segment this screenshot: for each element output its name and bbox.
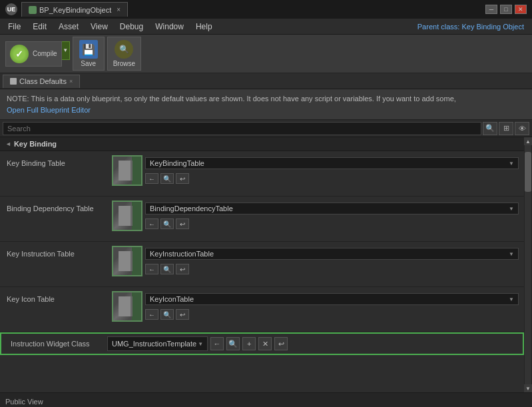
scrollbar-up-arrow[interactable]: ▲ — [524, 137, 532, 145]
menu-window[interactable]: Window — [150, 21, 189, 33]
save-button[interactable]: 💾 Save — [73, 37, 105, 71]
key-binding-table-dropdown-value: KeyBindingTable — [150, 159, 204, 167]
key-instruction-table-dropdown-value: KeyInstructionTable — [150, 250, 214, 258]
title-bar: UE BP_KeyBindingObject × ─ □ ✕ — [0, 0, 532, 19]
compile-icon: ✓ — [10, 45, 29, 63]
tab-close-btn[interactable]: × — [117, 6, 121, 13]
key-icon-table-search-btn[interactable]: 🔍 — [160, 309, 174, 320]
scrollbar-thumb[interactable] — [525, 152, 531, 192]
scrollbar-track[interactable] — [525, 145, 531, 384]
grid-view-btn[interactable]: ⊞ — [499, 122, 513, 135]
key-instruction-table-dropdown[interactable]: KeyInstructionTable ▼ — [145, 248, 519, 260]
instruction-widget-class-dropdown[interactable]: UMG_InstructionTemplate ▼ — [107, 336, 208, 351]
parent-class-value[interactable]: Key Binding Object — [461, 23, 524, 31]
key-icon-table-top: KeyIconTable ▼ ← 🔍 ↩ — [112, 291, 519, 322]
key-icon-table-label: Key Icon Table — [0, 287, 107, 308]
tab-bp-icon — [29, 6, 37, 14]
parent-class: Parent class: Key Binding Object — [417, 23, 529, 31]
instruction-widget-class-dropdown-arrow: ▼ — [198, 341, 203, 347]
key-binding-table-reset-btn[interactable]: ← — [145, 173, 158, 184]
browse-label: Browse — [113, 60, 135, 67]
instruction-widget-add-btn[interactable]: + — [242, 337, 256, 350]
key-icon-table-dropdown-value: KeyIconTable — [150, 295, 194, 303]
search-input[interactable] — [3, 122, 481, 135]
toolbar: ✓ Compile ▼ 💾 Save 🔍 Browse — [0, 35, 532, 73]
tab-item[interactable]: BP_KeyBindingObject × — [21, 2, 128, 17]
instruction-widget-reset-btn[interactable]: ← — [210, 337, 224, 350]
panel-tab-bar: Class Defaults × — [0, 73, 532, 89]
binding-dependency-table-dropdown-arrow: ▼ — [509, 206, 514, 212]
key-icon-table-actions: ← 🔍 ↩ — [145, 309, 519, 320]
binding-dependency-table-dropdown[interactable]: BindingDependencyTable ▼ — [145, 203, 519, 214]
binding-dependency-table-dropdown-value: BindingDependencyTable — [150, 204, 233, 212]
key-binding-table-top: KeyBindingTable ▼ ← 🔍 ↩ — [112, 155, 519, 186]
public-view-label: Public View — [5, 398, 43, 406]
key-icon-table-row: Key Icon Table KeyIconTable ▼ ← 🔍 ↩ — [0, 287, 524, 332]
close-btn[interactable]: ✕ — [515, 5, 527, 14]
instruction-widget-clear-btn[interactable]: ✕ — [258, 337, 272, 350]
menu-bar: File Edit Asset View Debug Window Help P… — [0, 19, 532, 35]
compile-dropdown-btn[interactable]: ▼ — [62, 41, 70, 60]
maximize-btn[interactable]: □ — [500, 5, 512, 14]
properties-panel: ◄ Key Binding Key Binding Table KeyBindi… — [0, 137, 524, 392]
key-binding-table-actions: ← 🔍 ↩ — [145, 173, 519, 184]
search-icon-btn[interactable]: 🔍 — [483, 122, 497, 135]
window-controls: ─ □ ✕ — [485, 5, 527, 14]
search-bar: 🔍 ⊞ 👁 — [0, 120, 532, 137]
instruction-widget-search-btn[interactable]: 🔍 — [226, 337, 240, 350]
key-binding-table-dropdown[interactable]: KeyBindingTable ▼ — [145, 157, 519, 169]
note-text: NOTE: This is a data only blueprint, so … — [7, 95, 456, 103]
key-instruction-table-value: KeyInstructionTable ▼ ← 🔍 ↩ — [107, 242, 524, 280]
panel-tab-close-btn[interactable]: × — [69, 78, 73, 85]
save-label: Save — [81, 60, 96, 67]
browse-magnifier-icon: 🔍 — [115, 40, 133, 59]
section-collapse-arrow[interactable]: ◄ — [5, 141, 11, 147]
key-instruction-table-reset-btn[interactable]: ← — [145, 264, 158, 274]
binding-dependency-table-row: Binding Dependency Table BindingDependen… — [0, 197, 524, 242]
key-instruction-table-browse-btn[interactable]: ↩ — [176, 264, 189, 274]
compile-button[interactable]: ✓ Compile — [5, 41, 62, 67]
key-icon-table-thumb — [112, 291, 142, 322]
menu-debug[interactable]: Debug — [115, 21, 148, 33]
menu-edit[interactable]: Edit — [27, 21, 52, 33]
section-title: Key Binding — [14, 140, 57, 148]
tab-label: BP_KeyBindingObject — [39, 6, 111, 14]
binding-dependency-table-browse-btn[interactable]: ↩ — [176, 218, 189, 229]
key-icon-table-value: KeyIconTable ▼ ← 🔍 ↩ — [107, 287, 524, 326]
compile-group: ✓ Compile ▼ — [5, 41, 70, 67]
key-instruction-table-dropdown-arrow: ▼ — [509, 251, 514, 257]
key-icon-table-reset-btn[interactable]: ← — [145, 309, 158, 320]
title-bar-left: UE BP_KeyBindingObject × — [5, 2, 128, 17]
key-instruction-table-search-btn[interactable]: 🔍 — [160, 264, 174, 274]
binding-dependency-table-controls: BindingDependencyTable ▼ ← 🔍 ↩ — [145, 203, 519, 229]
scrollbar-down-arrow[interactable]: ▼ — [524, 384, 532, 392]
class-defaults-tab[interactable]: Class Defaults × — [3, 75, 80, 88]
binding-dependency-table-search-btn[interactable]: 🔍 — [160, 218, 174, 229]
menu-file[interactable]: File — [3, 21, 26, 33]
minimize-btn[interactable]: ─ — [485, 5, 497, 14]
browse-button[interactable]: 🔍 Browse — [107, 37, 141, 71]
open-full-blueprint-link[interactable]: Open Full Blueprint Editor — [7, 106, 91, 114]
menu-view[interactable]: View — [85, 21, 113, 33]
key-binding-table-dropdown-arrow: ▼ — [509, 161, 514, 167]
parent-class-label: Parent class: — [417, 23, 460, 31]
key-binding-table-search-btn[interactable]: 🔍 — [160, 173, 174, 184]
menu-asset[interactable]: Asset — [53, 21, 84, 33]
menu-help[interactable]: Help — [190, 21, 218, 33]
key-binding-table-value: KeyBindingTable ▼ ← 🔍 ↩ — [107, 151, 524, 190]
eye-view-btn[interactable]: 👁 — [515, 122, 529, 135]
key-icon-table-dropdown-arrow: ▼ — [509, 296, 514, 302]
key-binding-table-browse-btn[interactable]: ↩ — [176, 173, 189, 184]
key-icon-table-dropdown[interactable]: KeyIconTable ▼ — [145, 293, 519, 305]
instruction-widget-browse-btn[interactable]: ↩ — [274, 337, 288, 350]
instruction-widget-class-value: UMG_InstructionTemplate ▼ ← 🔍 + ✕ ↩ — [107, 336, 520, 351]
key-icon-table-browse-btn[interactable]: ↩ — [176, 309, 189, 320]
main-content: ◄ Key Binding Key Binding Table KeyBindi… — [0, 137, 532, 392]
binding-dependency-table-reset-btn[interactable]: ← — [145, 218, 158, 229]
key-instruction-table-label: Key Instruction Table — [0, 242, 107, 263]
binding-dependency-table-label: Binding Dependency Table — [0, 197, 107, 218]
vertical-scrollbar[interactable]: ▲ ▼ — [524, 137, 532, 392]
key-icon-table-controls: KeyIconTable ▼ ← 🔍 ↩ — [145, 293, 519, 320]
key-binding-table-controls: KeyBindingTable ▼ ← 🔍 ↩ — [145, 157, 519, 184]
key-binding-table-thumb — [112, 155, 142, 186]
